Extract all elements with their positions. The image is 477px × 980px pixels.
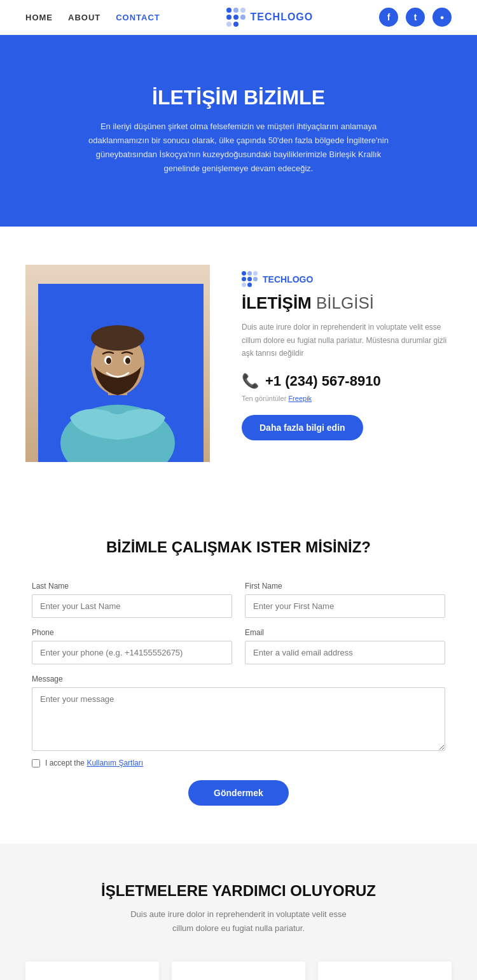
nav-contact[interactable]: CONTACT (116, 13, 160, 22)
terms-checkbox[interactable] (32, 759, 40, 767)
submit-button[interactable]: Göndermek (188, 780, 289, 806)
logo-text: TECHLOGO (251, 11, 314, 23)
logo-dot (233, 15, 238, 20)
phone-label: Phone (32, 628, 232, 637)
message-label: Message (32, 675, 445, 683)
contact-info-section: TECHLOGO İLETİŞİM BİLGİSİ Duis aute irur… (0, 227, 477, 500)
person-photo (25, 265, 216, 462)
cards-container: ✉ bize grafik Güler yüzlü ekibimiz yardı… (25, 962, 452, 980)
first-name-group: First Name (245, 582, 445, 618)
svg-point-4 (91, 325, 144, 351)
hero-heading: İLETİŞİM BİZİMLE (25, 86, 452, 109)
phone-number: +1 (234) 567-8910 (265, 373, 381, 389)
contact-info-text: TECHLOGO İLETİŞİM BİLGİSİ Duis aute irur… (242, 265, 452, 440)
submit-row: Göndermek (32, 780, 445, 806)
phone-row: 📞 +1 (234) 567-8910 (242, 373, 452, 389)
contact-description: Duis aute irure dolor in reprehenderit i… (242, 321, 452, 360)
logo-dots (226, 8, 245, 27)
first-name-label: First Name (245, 582, 445, 591)
social-icons: f t ● (379, 8, 452, 27)
contact-logo-dot (253, 277, 258, 281)
help-heading-bold: YARDIMCI OLUYORUZ (212, 882, 376, 899)
message-input[interactable] (32, 687, 445, 751)
terms-link[interactable]: Kullanım Şartları (86, 759, 143, 767)
facebook-icon[interactable]: f (379, 8, 398, 27)
twitter-icon[interactable]: t (406, 8, 425, 27)
first-name-input[interactable] (245, 594, 445, 618)
logo-dot (240, 15, 245, 20)
logo-dot (233, 22, 238, 27)
logo: TECHLOGO (226, 8, 314, 27)
credit-link[interactable]: Freepik (288, 395, 312, 402)
contact-logo-dot (242, 271, 246, 276)
hero-section: İLETİŞİM BİZİMLE En ileriyi düşünen şirk… (0, 35, 477, 227)
hero-heading-bold: İLETİŞİM (152, 86, 238, 109)
form-row-contact: Phone Email (32, 628, 445, 664)
contact-heading: İLETİŞİM BİLGİSİ (242, 293, 452, 313)
hero-description: En ileriyi düşünen şirket olma felsefemi… (80, 120, 398, 176)
phone-input[interactable] (32, 641, 232, 664)
contact-logo-dot (242, 283, 246, 287)
logo-dot (226, 8, 232, 13)
contact-logo-text: TECHLOGO (263, 274, 313, 284)
help-heading: İŞLETMELERE YARDIMCI OLUYORUZ (25, 882, 452, 900)
contact-heading-light: BİLGİSİ (312, 293, 374, 312)
logo-dot (233, 8, 238, 13)
checkbox-row: I accept the Kullanım Şartları (32, 759, 445, 767)
last-name-label: Last Name (32, 582, 232, 591)
terms-label: I accept the Kullanım Şartları (45, 759, 143, 767)
credit-text: Ten görüntüler Freepik (242, 395, 452, 402)
form-heading: BİZİMLE ÇALIŞMAK ISTER MİSİNİZ? (32, 538, 445, 556)
contact-logo: TECHLOGO (242, 271, 452, 287)
contact-logo-dot (247, 283, 252, 287)
last-name-input[interactable] (32, 594, 232, 618)
contact-logo-dots (242, 271, 258, 287)
logo-dot (226, 22, 232, 27)
logo-dot (240, 8, 245, 13)
navbar: HOME ABOUT CONTACT TECHLOGO f t ● (0, 0, 477, 35)
card-phone: 📞 Telefon Pzt-Cum, 08:00 - 05:00 +1(555)… (318, 962, 452, 980)
message-group: Message (32, 675, 445, 751)
nav-links: HOME ABOUT CONTACT (25, 13, 160, 22)
phone-icon: 📞 (242, 373, 259, 389)
nav-about[interactable]: ABOUT (68, 13, 100, 22)
email-input[interactable] (245, 641, 445, 664)
instagram-icon[interactable]: ● (432, 8, 452, 27)
email-group: Email (245, 628, 445, 664)
person-image (25, 265, 210, 462)
form-row-name: Last Name First Name (32, 582, 445, 618)
nav-home[interactable]: HOME (25, 13, 53, 22)
help-description: Duis aute irure dolor in reprehenderit i… (127, 907, 350, 935)
card-email: ✉ bize grafik Güler yüzlü ekibimiz yardı… (25, 962, 159, 980)
contact-logo-dot (247, 277, 252, 281)
help-heading-light: İŞLETMELERE (101, 882, 212, 899)
svg-point-8 (125, 358, 130, 364)
email-label: Email (245, 628, 445, 637)
form-section: BİZİMLE ÇALIŞMAK ISTER MİSİNİZ? Last Nam… (0, 500, 477, 844)
info-button[interactable]: Daha fazla bilgi edin (242, 415, 363, 440)
contact-heading-bold: İLETİŞİM (242, 293, 312, 312)
contact-logo-dot (247, 271, 252, 276)
logo-dot (226, 15, 232, 20)
contact-logo-dot (253, 271, 258, 276)
help-section: İŞLETMELERE YARDIMCI OLUYORUZ Duis aute … (0, 844, 477, 980)
last-name-group: Last Name (32, 582, 232, 618)
contact-logo-dot (242, 277, 246, 281)
svg-point-7 (106, 358, 111, 364)
card-office: 📍 Ofis Ofis merkezimize gelip merhaba de… (172, 962, 305, 980)
phone-group: Phone (32, 628, 232, 664)
hero-heading-light: BİZİMLE (238, 86, 325, 109)
